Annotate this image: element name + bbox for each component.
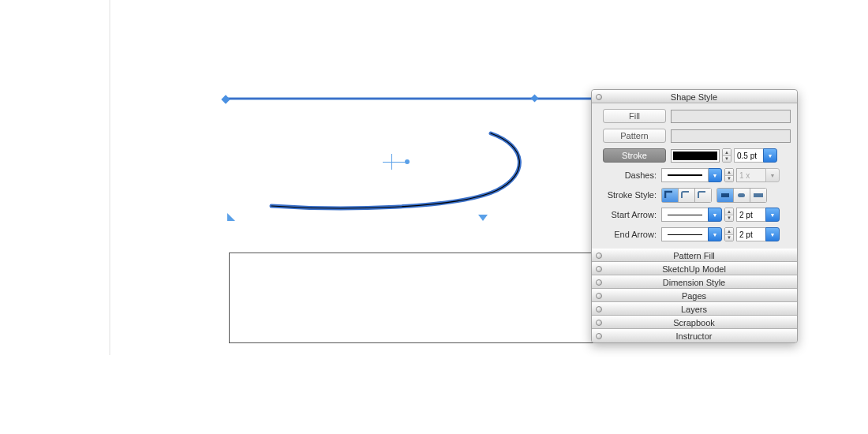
panel-title: Instructor (602, 331, 797, 341)
dashes-stepper[interactable]: ▲▼ (724, 168, 734, 182)
stroke-style-label: Stroke Style: (598, 190, 661, 200)
pattern-label: Pattern (620, 131, 648, 140)
dashes-label: Dashes: (598, 170, 661, 180)
start-arrow-label: Start Arrow: (598, 210, 661, 219)
panel-header-layers[interactable]: Layers (592, 302, 797, 316)
selected-line-object[interactable] (225, 97, 618, 100)
pattern-row: Pattern (598, 128, 791, 144)
curve-object[interactable] (268, 130, 537, 213)
panel-collapse-icon[interactable] (596, 266, 602, 272)
end-arrow-size-value: 2 pt (739, 230, 753, 239)
panel-collapse-icon[interactable] (596, 293, 602, 299)
start-arrow-size-input[interactable]: 2 pt (736, 208, 766, 222)
panel-collapse-icon[interactable] (596, 253, 602, 259)
start-arrow-row: Start Arrow: ▼ ▲▼ 2 pt ▼ (598, 207, 791, 223)
corner-bevel-button[interactable] (694, 188, 712, 203)
end-arrow-size-dropdown[interactable]: ▼ (765, 227, 780, 241)
anchor-point[interactable] (405, 159, 410, 164)
dashes-select[interactable] (661, 168, 709, 182)
stroke-weight-dropdown[interactable]: ▼ (763, 148, 777, 163)
fill-row: Fill (598, 108, 791, 124)
svg-rect-0 (721, 193, 729, 197)
stroke-row: Stroke ▲▼ 0.5 pt ▼ (598, 148, 791, 163)
panel-header-dimension[interactable]: Dimension Style (592, 275, 797, 289)
pattern-well[interactable] (671, 129, 791, 143)
selection-handle[interactable] (531, 95, 539, 103)
end-arrow-dropdown[interactable]: ▼ (708, 227, 722, 241)
panel-title: Shape Style (602, 92, 797, 102)
stroke-style-row: Stroke Style: (598, 187, 791, 203)
panel-title: Scrapbook (602, 318, 797, 327)
dashes-row: Dashes: ▼ ▲▼ 1 x ▼ (598, 167, 791, 183)
start-arrow-size-dropdown[interactable]: ▼ (765, 208, 780, 222)
cap-square-button[interactable] (750, 188, 767, 203)
dash-scale-dropdown[interactable]: ▼ (765, 168, 780, 182)
inspector-panel[interactable]: Shape Style Fill Pattern Stroke ▲▼ 0.5 p… (591, 89, 798, 343)
corner-miter-button[interactable] (661, 188, 679, 203)
stroke-weight-value: 0.5 pt (737, 152, 757, 160)
stroke-toggle[interactable]: Stroke (603, 148, 666, 163)
panel-title: Pattern Fill (602, 251, 797, 260)
bounding-corner[interactable] (227, 213, 235, 221)
anchor-crosshair-icon (383, 154, 405, 170)
fill-color-well[interactable] (671, 110, 791, 123)
cap-style-group (716, 188, 767, 203)
shape-style-body: Fill Pattern Stroke ▲▼ 0.5 pt ▼ Dashes: … (592, 103, 797, 249)
svg-rect-2 (754, 193, 763, 197)
panel-title: SketchUp Model (602, 264, 797, 274)
panel-header-instructor[interactable]: Instructor (592, 329, 797, 342)
corner-round-button[interactable] (678, 188, 695, 203)
fill-label: Fill (629, 111, 640, 121)
corner-style-group (661, 188, 712, 203)
panel-header-scrapbook[interactable]: Scrapbook (592, 316, 797, 329)
end-arrow-row: End Arrow: ▼ ▲▼ 2 pt ▼ (598, 226, 791, 242)
cap-flat-button[interactable] (716, 188, 734, 203)
bounding-mid[interactable] (478, 215, 488, 221)
stroke-weight-input[interactable]: 0.5 pt (734, 148, 764, 163)
end-arrow-select[interactable] (661, 227, 709, 241)
stroke-color-well[interactable] (671, 149, 720, 163)
panel-header-shape-style[interactable]: Shape Style (592, 90, 797, 103)
fill-toggle[interactable]: Fill (603, 109, 666, 123)
panel-title: Pages (602, 291, 797, 301)
svg-rect-1 (738, 193, 745, 197)
panel-collapse-icon[interactable] (596, 279, 602, 286)
rectangle-object[interactable] (229, 253, 615, 343)
cap-round-button[interactable] (733, 188, 750, 203)
panel-collapse-icon[interactable] (596, 333, 602, 339)
panel-header-pages[interactable]: Pages (592, 289, 797, 302)
start-arrow-stepper[interactable]: ▲▼ (724, 208, 734, 222)
dashes-dropdown[interactable]: ▼ (708, 168, 722, 182)
stroke-color-stepper[interactable]: ▲▼ (722, 148, 731, 163)
end-arrow-label: End Arrow: (598, 230, 661, 239)
end-arrow-stepper[interactable]: ▲▼ (724, 227, 734, 241)
start-arrow-select[interactable] (661, 208, 709, 222)
panel-header-pattern-fill[interactable]: Pattern Fill (592, 249, 797, 262)
dash-scale-input[interactable]: 1 x (736, 168, 766, 182)
stroke-label: Stroke (622, 151, 647, 160)
start-arrow-dropdown[interactable]: ▼ (708, 208, 722, 222)
end-arrow-size-input[interactable]: 2 pt (736, 227, 766, 241)
panel-title: Layers (602, 305, 797, 314)
canvas[interactable] (110, 0, 513, 355)
panel-title: Dimension Style (602, 278, 797, 287)
panel-header-sketchup[interactable]: SketchUp Model (592, 262, 797, 275)
panel-collapse-icon[interactable] (596, 94, 602, 100)
panel-collapse-icon[interactable] (596, 320, 602, 326)
dash-scale-value: 1 x (739, 171, 750, 180)
start-arrow-size-value: 2 pt (739, 211, 753, 219)
panel-collapse-icon[interactable] (596, 306, 602, 312)
pattern-toggle[interactable]: Pattern (603, 129, 666, 143)
